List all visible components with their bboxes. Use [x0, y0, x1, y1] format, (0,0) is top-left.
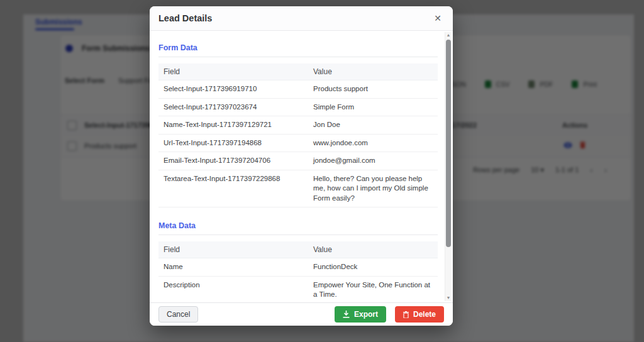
field-cell: Url-Text-Input-1717397194868 [158, 134, 308, 152]
trash-icon [403, 311, 409, 318]
delete-button[interactable]: Delete [395, 306, 444, 323]
cancel-button[interactable]: Cancel [158, 306, 198, 323]
meta-data-section-title: Meta Data [158, 221, 438, 230]
modal-header: Lead Details ✕ [150, 6, 453, 31]
field-cell: Description [158, 276, 308, 302]
table-row: Name-Text-Input-1717397129721Jon Doe [158, 116, 438, 135]
field-cell: Name [158, 258, 308, 277]
modal-footer: Cancel Export Delete [150, 302, 453, 326]
table-row: Select-Input-1717396919710Products suppo… [158, 80, 438, 99]
modal-body[interactable]: Form Data FieldValueSelect-Input-1717396… [150, 31, 453, 302]
close-icon[interactable]: ✕ [431, 13, 444, 24]
divider [158, 234, 438, 235]
table-row: Url-Text-Input-1717397194868www.jondoe.c… [158, 134, 438, 152]
scrollbar-thumb[interactable] [446, 40, 451, 247]
value-cell: Empower Your Site, One Function at a Tim… [308, 276, 438, 302]
table-header-row: FieldValue [158, 241, 438, 258]
scrollbar-down-arrow[interactable]: ▼ [445, 295, 452, 301]
modal-title: Lead Details [158, 13, 212, 23]
divider [158, 57, 438, 57]
modal-scrollbar[interactable]: ▲ ▼ [445, 32, 452, 301]
column-header: Field [158, 63, 308, 80]
table-row: Select-Input-1717397023674Simple Form [158, 98, 438, 116]
value-cell: Simple Form [308, 98, 438, 116]
table-row: DescriptionEmpower Your Site, One Functi… [158, 276, 438, 302]
table-row: Email-Text-Input-1717397204706jondoe@gma… [158, 152, 438, 170]
column-header: Field [158, 241, 308, 258]
column-header: Value [308, 63, 438, 80]
field-cell: Email-Text-Input-1717397204706 [158, 152, 308, 170]
scrollbar-up-arrow[interactable]: ▲ [445, 32, 452, 38]
value-cell: Hello, there? Can you please help me, ho… [308, 170, 438, 207]
export-button[interactable]: Export [335, 306, 386, 323]
download-icon [343, 311, 350, 318]
table-header-row: FieldValue [158, 63, 438, 80]
column-header: Value [308, 241, 438, 258]
lead-details-modal: Lead Details ✕ Form Data FieldValueSelec… [150, 6, 453, 326]
value-cell: Products support [308, 80, 438, 99]
value-cell: www.jondoe.com [308, 134, 438, 152]
form-data-table: FieldValueSelect-Input-1717396919710Prod… [158, 63, 438, 207]
field-cell: Textarea-Text-Input-1717397229868 [158, 170, 308, 207]
table-row: NameFunctionDeck [158, 258, 438, 277]
value-cell: Jon Doe [308, 116, 438, 135]
value-cell: jondoe@gmail.com [308, 152, 438, 170]
form-data-section-title: Form Data [158, 43, 438, 52]
value-cell: FunctionDeck [308, 258, 438, 277]
field-cell: Select-Input-1717397023674 [158, 98, 308, 116]
table-row: Textarea-Text-Input-1717397229868Hello, … [158, 170, 438, 207]
field-cell: Name-Text-Input-1717397129721 [158, 116, 308, 135]
field-cell: Select-Input-1717396919710 [158, 80, 308, 99]
meta-data-table: FieldValueNameFunctionDeckDescriptionEmp… [158, 241, 438, 302]
